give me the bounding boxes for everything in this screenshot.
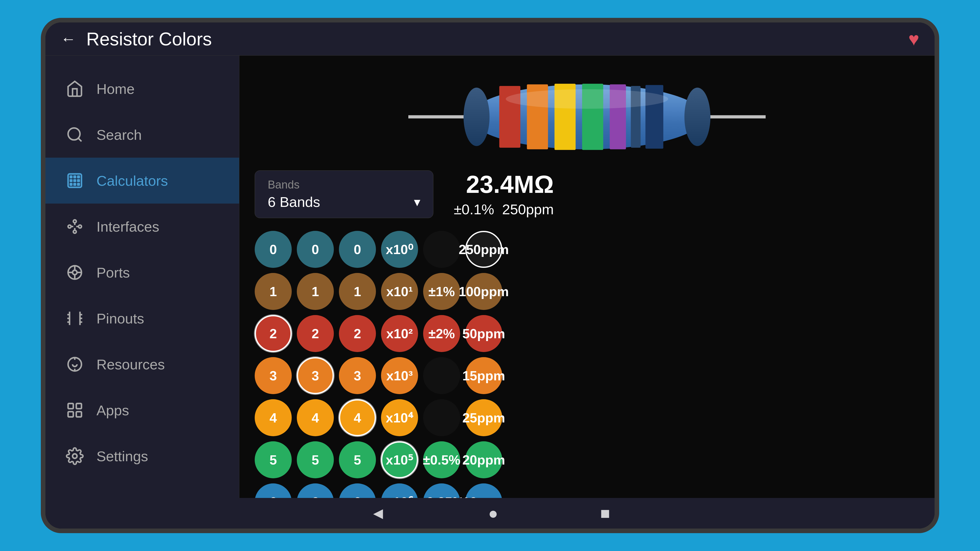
favorite-button[interactable]: ♥ bbox=[908, 29, 919, 49]
sidebar-item-calculators[interactable]: Calculators bbox=[45, 158, 239, 203]
color-circle-row3-band3[interactable]: x10³ bbox=[381, 357, 418, 394]
color-circle-row5-band4[interactable]: ±0.5% bbox=[423, 441, 460, 478]
calculators-icon bbox=[66, 171, 84, 189]
color-circle-row3-band0[interactable]: 3 bbox=[255, 357, 292, 394]
sidebar-label-pinouts: Pinouts bbox=[97, 310, 144, 327]
sidebar-item-settings[interactable]: Settings bbox=[45, 433, 239, 479]
sidebar-item-home[interactable]: Home bbox=[45, 66, 239, 112]
color-circle-row2-band5[interactable]: 50ppm bbox=[465, 315, 502, 352]
color-circle-row4-band2[interactable]: 4 bbox=[339, 399, 376, 436]
tolerance-temp: ±0.1% 250ppm bbox=[454, 201, 554, 218]
svg-line-1 bbox=[78, 138, 82, 141]
sidebar-label-settings: Settings bbox=[97, 448, 148, 465]
color-circle-row6-band2[interactable]: 6 bbox=[339, 483, 376, 498]
color-circle-row3-band4[interactable] bbox=[423, 357, 460, 394]
color-circle-row0-band2[interactable]: 0 bbox=[339, 231, 376, 268]
top-bar: ← Resistor Colors ♥ bbox=[45, 22, 935, 56]
svg-rect-48 bbox=[68, 412, 73, 417]
nav-recent-button[interactable]: ■ bbox=[600, 504, 610, 523]
svg-point-0 bbox=[68, 128, 80, 140]
svg-rect-46 bbox=[68, 403, 73, 409]
back-button[interactable]: ← bbox=[61, 30, 76, 48]
color-circle-row5-band5[interactable]: 20ppm bbox=[465, 441, 502, 478]
color-circle-row5-band2[interactable]: 5 bbox=[339, 441, 376, 478]
right-panel: Bands 6 Bands ▾ 23.4MΩ ±0.1% 250ppm bbox=[239, 56, 935, 498]
color-circle-row4-band3[interactable]: x10⁴ bbox=[381, 399, 418, 436]
color-circle-row2-band2[interactable]: 2 bbox=[339, 315, 376, 352]
color-circle-row6-band5[interactable]: 10ppm bbox=[465, 483, 502, 498]
svg-point-63 bbox=[506, 89, 668, 109]
bands-dropdown-value: 6 Bands ▾ bbox=[268, 194, 420, 210]
color-circle-row2-band3[interactable]: x10² bbox=[381, 315, 418, 352]
ports-icon bbox=[66, 264, 84, 281]
svg-rect-20 bbox=[77, 183, 80, 186]
svg-point-54 bbox=[463, 87, 490, 146]
color-circle-row4-band0[interactable]: 4 bbox=[255, 399, 292, 436]
controls-area: Bands 6 Bands ▾ 23.4MΩ ±0.1% 250ppm bbox=[255, 170, 919, 218]
color-row-1: 111x10¹±1%100ppm bbox=[255, 273, 919, 310]
bands-dropdown-label: Bands bbox=[268, 178, 420, 191]
color-circle-row1-band5[interactable]: 100ppm bbox=[465, 273, 502, 310]
color-circle-row6-band1[interactable]: 6 bbox=[297, 483, 334, 498]
color-circle-row3-band2[interactable]: 3 bbox=[339, 357, 376, 394]
sidebar-item-ports[interactable]: Ports bbox=[45, 249, 239, 295]
color-circle-row4-band5[interactable]: 25ppm bbox=[465, 399, 502, 436]
bottom-navigation: ◄ ● ■ bbox=[45, 498, 935, 529]
color-circle-row0-band0[interactable]: 0 bbox=[255, 231, 292, 268]
color-circle-row0-band1[interactable]: 0 bbox=[297, 231, 334, 268]
tablet-frame: ← Resistor Colors ♥ Home bbox=[41, 18, 939, 533]
color-circle-row0-band3[interactable]: x10⁰ bbox=[381, 231, 418, 268]
svg-point-24 bbox=[73, 230, 76, 233]
svg-rect-18 bbox=[70, 183, 73, 186]
sidebar-item-search[interactable]: Search bbox=[45, 112, 239, 158]
value-display: 23.4MΩ ±0.1% 250ppm bbox=[454, 170, 554, 218]
color-circle-row2-band4[interactable]: ±2% bbox=[423, 315, 460, 352]
svg-rect-49 bbox=[76, 412, 81, 417]
apps-icon bbox=[66, 401, 84, 419]
color-row-4: 444x10⁴25ppm bbox=[255, 399, 919, 436]
sidebar-item-pinouts[interactable]: Pinouts bbox=[45, 295, 239, 341]
resources-icon bbox=[66, 355, 84, 373]
color-circle-row2-band0[interactable]: 2 bbox=[255, 315, 292, 352]
color-circle-row3-band1[interactable]: 3 bbox=[297, 357, 334, 394]
sidebar-label-calculators: Calculators bbox=[97, 172, 168, 189]
svg-rect-17 bbox=[77, 179, 80, 182]
color-circle-row1-band1[interactable]: 1 bbox=[297, 273, 334, 310]
color-circle-row6-band4[interactable]: ±0.25% bbox=[423, 483, 460, 498]
color-circle-row4-band4[interactable] bbox=[423, 399, 460, 436]
color-row-0: 000x10⁰250ppm bbox=[255, 231, 919, 268]
sidebar-label-resources: Resources bbox=[97, 356, 165, 373]
color-circle-row5-band3[interactable]: x10⁵ bbox=[381, 441, 418, 478]
color-circle-row2-band1[interactable]: 2 bbox=[297, 315, 334, 352]
sidebar-item-apps[interactable]: Apps bbox=[45, 387, 239, 433]
svg-point-30 bbox=[73, 270, 77, 275]
color-circle-row1-band2[interactable]: 1 bbox=[339, 273, 376, 310]
color-circle-row5-band1[interactable]: 5 bbox=[297, 441, 334, 478]
nav-back-button[interactable]: ◄ bbox=[370, 504, 386, 523]
color-circle-row0-band4[interactable] bbox=[423, 231, 460, 268]
color-circle-row1-band0[interactable]: 1 bbox=[255, 273, 292, 310]
color-circle-row1-band4[interactable]: ±1% bbox=[423, 273, 460, 310]
color-row-2: 222x10²±2%50ppm bbox=[255, 315, 919, 352]
color-circle-row6-band0[interactable]: 6 bbox=[255, 483, 292, 498]
color-circle-row3-band5[interactable]: 15ppm bbox=[465, 357, 502, 394]
color-circle-row6-band3[interactable]: x10⁶ bbox=[381, 483, 418, 498]
sidebar-label-ports: Ports bbox=[97, 264, 130, 281]
color-circle-row0-band5[interactable]: 250ppm bbox=[465, 231, 502, 268]
color-circle-row1-band3[interactable]: x10¹ bbox=[381, 273, 418, 310]
sidebar-item-interfaces[interactable]: Interfaces bbox=[45, 203, 239, 249]
resistor-display bbox=[255, 71, 919, 158]
color-row-5: 555x10⁵±0.5%20ppm bbox=[255, 441, 919, 478]
color-band-grid: 000x10⁰250ppm111x10¹±1%100ppm222x10²±2%5… bbox=[255, 231, 919, 498]
settings-icon bbox=[66, 447, 84, 465]
nav-home-button[interactable]: ● bbox=[488, 504, 498, 523]
home-icon bbox=[66, 80, 84, 98]
color-circle-row5-band0[interactable]: 5 bbox=[255, 441, 292, 478]
svg-point-22 bbox=[73, 220, 76, 223]
bands-dropdown[interactable]: Bands 6 Bands ▾ bbox=[255, 170, 433, 218]
svg-rect-19 bbox=[73, 183, 76, 186]
svg-point-21 bbox=[68, 225, 71, 228]
color-row-3: 333x10³15ppm bbox=[255, 357, 919, 394]
sidebar-item-resources[interactable]: Resources bbox=[45, 341, 239, 387]
color-circle-row4-band1[interactable]: 4 bbox=[297, 399, 334, 436]
